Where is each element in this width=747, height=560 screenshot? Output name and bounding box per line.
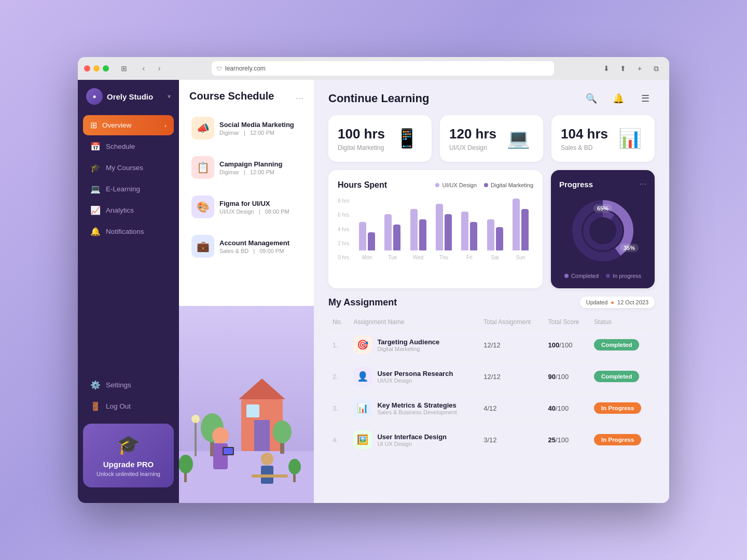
bar-group-tue: Tue bbox=[384, 214, 400, 260]
svg-point-10 bbox=[212, 427, 229, 444]
stat-card-2[interactable]: 104 hrs Sales & BD 📊 bbox=[551, 115, 655, 162]
table-row[interactable]: 4. 🖼️ User Interface Design UI UX Design… bbox=[328, 424, 655, 456]
sidebar-item-schedule[interactable]: 📅 Schedule bbox=[83, 136, 174, 157]
total-assign-1: 12/12 bbox=[483, 373, 501, 381]
assign-name-0: Targeting Audience bbox=[377, 338, 439, 346]
page-title: Continue Learning bbox=[328, 92, 429, 105]
back-button[interactable]: ‹ bbox=[137, 62, 150, 75]
svg-rect-4 bbox=[254, 420, 270, 451]
course-item-1[interactable]: 📣 Social Media Marketing Digimar | 12:00… bbox=[186, 110, 307, 146]
table-row[interactable]: 3. 📊 Key Metrics & Strategies Sales & Bu… bbox=[328, 393, 655, 424]
bar-day-tue: Tue bbox=[388, 255, 397, 260]
donut-container: 65% 35% bbox=[569, 197, 637, 264]
sidebar: ● Orely Studio ▾ ⊞ Overview › 📅 Schedule… bbox=[78, 80, 179, 503]
legend-ux-label: UI/UX Design bbox=[442, 182, 477, 188]
bar-ux-wed bbox=[410, 209, 418, 250]
status-badge-0: Completed bbox=[594, 339, 639, 351]
bar-group-sun: Sun bbox=[513, 199, 529, 260]
bar-ux-fri bbox=[461, 212, 468, 250]
sidebar-item-my-courses[interactable]: 🎓 My Courses bbox=[83, 158, 174, 178]
minimize-button[interactable] bbox=[93, 65, 100, 72]
course-thumb-4: 💼 bbox=[191, 235, 214, 258]
top-bar: Continue Learning 🔍 🔔 ☰ bbox=[314, 80, 669, 115]
bar-group-container: MonTueWedThuFriSatSun bbox=[338, 199, 533, 271]
new-tab-icon[interactable]: + bbox=[633, 62, 646, 75]
assign-sub-0: Digital Marketing bbox=[377, 346, 439, 352]
legend-dm-dot bbox=[484, 183, 488, 187]
sidebar-item-e-learning[interactable]: 💻 E-Learning bbox=[83, 179, 174, 199]
bar-ux-sat bbox=[487, 219, 494, 250]
search-button[interactable]: 🔍 bbox=[582, 89, 601, 108]
upgrade-icon: 🎓 bbox=[91, 434, 165, 456]
sidebar-item-analytics[interactable]: 📈 Analytics bbox=[83, 200, 174, 220]
sidebar-item-overview[interactable]: ⊞ Overview › bbox=[83, 115, 174, 135]
overview-icon: ⊞ bbox=[90, 120, 97, 130]
svg-point-14 bbox=[261, 453, 273, 465]
course-name-1: Social Media Marketing bbox=[219, 121, 301, 129]
bar-chart: 8 hrs 6 hrs 4 hrs 2 hrs 0 hrs MonTueWedT… bbox=[338, 198, 533, 271]
course-category-4: Sales & BD bbox=[219, 248, 248, 254]
brand-logo-text: ● bbox=[92, 93, 96, 100]
sidebar-item-settings[interactable]: ⚙️ Settings bbox=[83, 375, 174, 395]
illustration-area bbox=[179, 306, 314, 503]
prog-legend-completed: Completed bbox=[564, 273, 599, 279]
address-bar[interactable]: 🛡 learnorely.com bbox=[212, 61, 554, 76]
stat-card-1[interactable]: 120 hrs UI/UX Design 💻 bbox=[440, 115, 543, 162]
assign-sub-1: UI/UX Design bbox=[377, 377, 453, 384]
progress-more-button[interactable]: ··· bbox=[640, 179, 646, 189]
sidebar-item-label: Log Out bbox=[106, 402, 131, 410]
download-icon[interactable]: ⬇ bbox=[600, 62, 613, 75]
col-total-assign: Total Assignment bbox=[479, 315, 544, 329]
top-actions: 🔍 🔔 ☰ bbox=[582, 89, 655, 108]
course-info-1: Social Media Marketing Digimar | 12:00 P… bbox=[219, 121, 301, 136]
forward-button[interactable]: › bbox=[153, 62, 166, 75]
upgrade-card[interactable]: 🎓 Upgrade PRO Unlock unlimited learning bbox=[83, 424, 174, 487]
share-icon[interactable]: ⬆ bbox=[616, 62, 630, 75]
sidebar-item-label: My Courses bbox=[106, 164, 143, 172]
nav-items: ⊞ Overview › 📅 Schedule 🎓 My Courses 💻 E… bbox=[78, 115, 179, 375]
updated-dot: ● bbox=[611, 299, 614, 305]
security-icon: 🛡 bbox=[217, 66, 222, 72]
bar-dm-sat bbox=[496, 227, 503, 250]
stat-info-2: 104 hrs Sales & BD bbox=[561, 126, 608, 151]
course-meta-1: Digimar | 12:00 PM bbox=[219, 130, 301, 136]
course-item-4[interactable]: 💼 Account Management Sales & BD | 09:00 … bbox=[186, 229, 307, 264]
upgrade-title: Upgrade PRO bbox=[91, 460, 165, 469]
upgrade-subtitle: Unlock unlimited learning bbox=[91, 471, 165, 477]
tabs-icon[interactable]: ⧉ bbox=[649, 62, 663, 75]
bar-day-fri: Fri bbox=[466, 255, 473, 260]
courses-icon: 🎓 bbox=[90, 163, 101, 173]
browser-nav: ‹ › bbox=[137, 62, 166, 75]
maximize-button[interactable] bbox=[103, 65, 109, 72]
col-total-score: Total Score bbox=[544, 315, 590, 329]
course-item-3[interactable]: 🎨 Figma for UI/UX UI/UX Design | 08:00 P… bbox=[186, 189, 307, 225]
sidebar-toggle[interactable]: ⊞ bbox=[117, 62, 131, 75]
table-row[interactable]: 2. 👤 User Persona Research UI/UX Design … bbox=[328, 361, 655, 393]
total-score-2: 40/100 bbox=[548, 404, 569, 412]
sidebar-item-logout[interactable]: 🚪 Log Out bbox=[83, 396, 174, 416]
prog-dot-inprogress bbox=[606, 274, 610, 278]
brand-chevron-icon[interactable]: ▾ bbox=[168, 93, 171, 100]
y-label-4: 0 hrs bbox=[338, 255, 349, 260]
analytics-icon: 📈 bbox=[90, 205, 101, 215]
table-row[interactable]: 1. 🎯 Targeting Audience Digital Marketin… bbox=[328, 329, 655, 361]
brand-logo: ● bbox=[86, 88, 103, 105]
y-label-0: 8 hrs bbox=[338, 198, 349, 204]
schedule-more-button[interactable]: ... bbox=[296, 91, 303, 102]
menu-button[interactable]: ☰ bbox=[636, 89, 655, 108]
assignment-table: No. Assignment Name Total Assignment Tot… bbox=[328, 315, 655, 455]
close-button[interactable] bbox=[84, 65, 90, 72]
course-time-3: 08:00 PM bbox=[265, 208, 289, 215]
notifications-button[interactable]: 🔔 bbox=[609, 89, 628, 108]
bar-group-mon: Mon bbox=[359, 222, 375, 260]
sidebar-item-label: E-Learning bbox=[106, 185, 140, 193]
row-num-2: 3. bbox=[333, 404, 338, 412]
course-item-2[interactable]: 📋 Campaign Planning Digimar | 12:00 PM bbox=[186, 150, 307, 185]
schedule-header: Course Schedule ... bbox=[179, 80, 314, 110]
bar-dm-wed bbox=[419, 219, 426, 250]
sidebar-item-notifications[interactable]: 🔔 Notifications bbox=[83, 221, 174, 242]
schedule-panel: Course Schedule ... 📣 Social Media Marke… bbox=[179, 80, 314, 503]
prog-dot-completed bbox=[564, 274, 569, 278]
stat-card-0[interactable]: 100 hrs Digital Marketing 📱 bbox=[328, 115, 432, 162]
stat-hours-1: 120 hrs bbox=[449, 126, 496, 142]
